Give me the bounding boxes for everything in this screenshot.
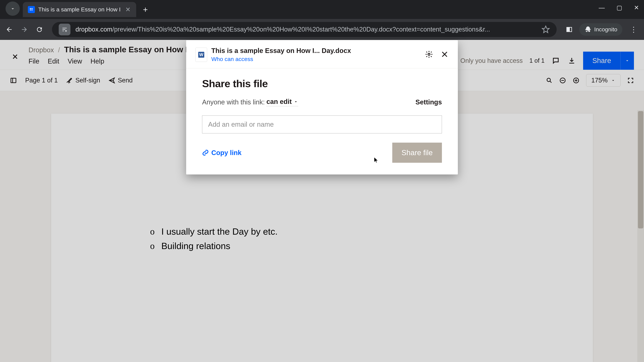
search-tabs-button[interactable] <box>6 1 20 16</box>
site-info-button[interactable] <box>59 24 70 35</box>
incognito-label: Incognito <box>594 26 617 33</box>
close-window-button[interactable]: ✕ <box>634 4 639 11</box>
bookmark-button[interactable] <box>542 25 550 34</box>
browser-menu-button[interactable]: ⋮ <box>628 25 640 34</box>
address-bar: dropbox.com/preview/This%20is%20a%20samp… <box>0 19 644 40</box>
link-settings-button[interactable]: Settings <box>416 98 442 106</box>
copy-link-label: Copy link <box>211 149 242 157</box>
tab-title: This is a sample Essay on How I <box>38 6 120 13</box>
tab-close-button[interactable]: ✕ <box>124 5 132 14</box>
modal-actions: Copy link Share file <box>202 143 442 163</box>
modal-close-button[interactable] <box>440 50 448 59</box>
url-domain: dropbox.com <box>76 26 112 33</box>
modal-header: This is a sample Essay on How I... Day.d… <box>186 40 458 68</box>
maximize-button[interactable]: ▢ <box>616 4 622 11</box>
permission-row: Anyone with this link: can edit Settings <box>202 98 442 106</box>
dropbox-favicon-icon <box>28 6 35 13</box>
panel-icon <box>566 26 573 33</box>
modal-body: Share this file Anyone with this link: c… <box>186 68 458 174</box>
incognito-indicator[interactable]: Incognito <box>579 23 622 36</box>
incognito-icon <box>584 26 592 33</box>
svg-point-4 <box>428 53 430 55</box>
reload-button[interactable] <box>34 24 44 34</box>
window-controls: ― ▢ ✕ <box>599 4 639 11</box>
copy-link-button[interactable]: Copy link <box>202 149 242 157</box>
url-field[interactable]: dropbox.com/preview/This%20is%20a%20samp… <box>52 22 556 37</box>
url-text: dropbox.com/preview/This%20is%20a%20samp… <box>76 26 542 33</box>
side-panel-button[interactable] <box>564 24 574 34</box>
modal-settings-button[interactable] <box>425 50 433 59</box>
gear-icon <box>425 50 433 58</box>
tune-icon <box>62 27 68 32</box>
minimize-button[interactable]: ― <box>599 4 605 11</box>
permission-value: can edit <box>266 98 292 105</box>
modal-file-name: This is a sample Essay on How I... Day.d… <box>211 47 421 54</box>
modal-title: Share this file <box>202 78 442 89</box>
chevron-down-icon <box>10 6 16 11</box>
share-file-button[interactable]: Share file <box>392 143 442 163</box>
permission-selector[interactable]: can edit <box>266 98 298 106</box>
email-field[interactable] <box>202 115 442 133</box>
reload-icon <box>36 26 43 33</box>
back-button[interactable] <box>4 24 14 34</box>
close-icon <box>440 50 448 58</box>
word-file-icon <box>196 48 207 62</box>
browser-titlebar: This is a sample Essay on How I ✕ + ― ▢ … <box>0 0 644 19</box>
arrow-left-icon <box>6 26 13 33</box>
url-path: /preview/This%20is%20a%20sample%20Essay%… <box>112 26 490 33</box>
link-icon <box>202 149 209 156</box>
new-tab-button[interactable]: + <box>136 5 154 14</box>
browser-tab[interactable]: This is a sample Essay on How I ✕ <box>23 2 136 17</box>
chevron-down-icon <box>294 99 298 104</box>
tab-strip: This is a sample Essay on How I ✕ + <box>0 0 155 19</box>
forward-button[interactable] <box>19 24 29 34</box>
star-icon <box>542 25 550 34</box>
who-can-access-link[interactable]: Who can access <box>211 56 421 62</box>
arrow-right-icon <box>21 26 28 33</box>
permission-prefix: Anyone with this link: <box>202 98 265 106</box>
share-modal: This is a sample Essay on How I... Day.d… <box>186 40 458 174</box>
